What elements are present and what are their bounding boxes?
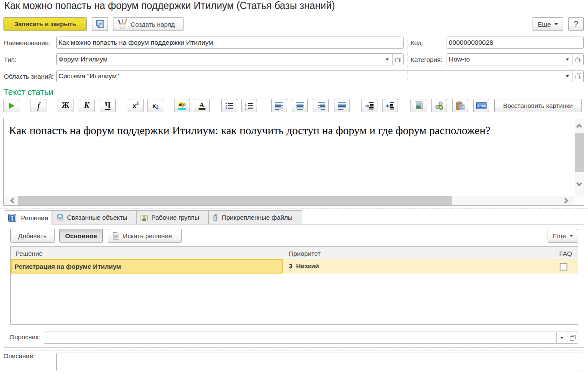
svg-text:A: A: [199, 101, 204, 108]
svg-text:W: W: [460, 106, 463, 109]
svg-text:HTML: HTML: [478, 104, 487, 108]
svg-text:3: 3: [245, 108, 247, 110]
